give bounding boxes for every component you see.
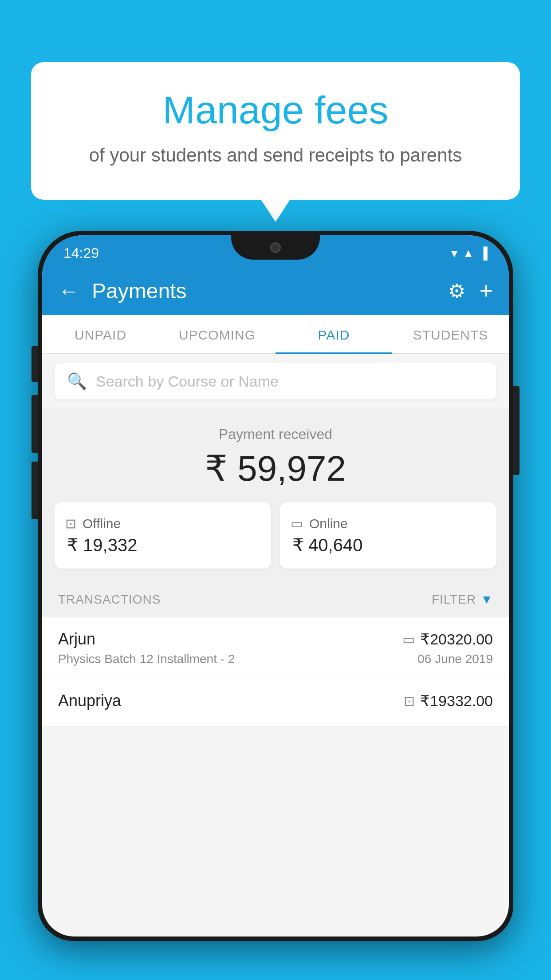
bubble-title: Manage fees: [67, 89, 484, 132]
wifi-icon: ▾: [451, 246, 457, 261]
back-button[interactable]: ←: [58, 279, 79, 303]
search-container: 🔍 Search by Course or Name: [42, 354, 509, 408]
signal-icon: ▲: [463, 246, 474, 260]
transaction-list: Arjun ▭ ₹20320.00 Physics Batch 12 Insta…: [42, 617, 509, 727]
transaction-course: Physics Batch 12 Installment - 2: [58, 652, 235, 666]
offline-card-header: ⊡ Offline: [65, 516, 121, 531]
speech-bubble: Manage fees of your students and send re…: [31, 62, 520, 200]
side-button-left-top: [31, 346, 38, 382]
side-button-right: [513, 386, 520, 475]
tabs-container: UNPAID UPCOMING PAID STUDENTS: [42, 315, 509, 354]
transaction-amount: ₹19332.00: [420, 692, 493, 710]
search-placeholder: Search by Course or Name: [96, 373, 279, 390]
transaction-name: Arjun: [58, 630, 95, 648]
online-icon: ▭: [291, 516, 303, 531]
transactions-header: TRANSACTIONS FILTER ▼: [42, 582, 509, 617]
transaction-amount: ₹20320.00: [420, 630, 493, 648]
transaction-row-top: Arjun ▭ ₹20320.00: [58, 630, 493, 648]
battery-icon: ▐: [480, 246, 488, 260]
page-title: Payments: [92, 279, 436, 303]
online-card-header: ▭ Online: [291, 516, 348, 531]
transaction-name: Anupriya: [58, 692, 121, 710]
filter-icon: ▼: [480, 593, 493, 607]
payment-received-section: Payment received ₹ 59,972 ⊡ Offline ₹ 19…: [42, 408, 509, 582]
tab-upcoming[interactable]: UPCOMING: [159, 315, 276, 354]
side-button-left-mid: [31, 395, 38, 453]
transaction-amount-wrap: ▭ ₹20320.00: [402, 630, 493, 648]
transaction-payment-icon: ▭: [402, 632, 415, 647]
speech-bubble-container: Manage fees of your students and send re…: [31, 62, 520, 200]
side-button-left-bot: [31, 462, 38, 519]
online-amount: ₹ 40,640: [291, 535, 362, 555]
transaction-payment-icon: ⊡: [404, 693, 415, 709]
tab-unpaid[interactable]: UNPAID: [42, 315, 159, 354]
phone-frame: 14:29 ▾ ▲ ▐ ← Payments ⚙ + UNPAID UPCO: [38, 231, 513, 941]
online-payment-card: ▭ Online ₹ 40,640: [280, 502, 496, 569]
offline-label: Offline: [83, 516, 121, 531]
tab-paid[interactable]: PAID: [276, 315, 392, 354]
filter-label: FILTER: [432, 593, 476, 607]
phone-screen: 14:29 ▾ ▲ ▐ ← Payments ⚙ + UNPAID UPCO: [42, 235, 509, 937]
phone-container: 14:29 ▾ ▲ ▐ ← Payments ⚙ + UNPAID UPCO: [38, 231, 513, 980]
online-label: Online: [309, 516, 348, 531]
transactions-label: TRANSACTIONS: [58, 593, 161, 607]
phone-notch: [231, 235, 320, 260]
offline-icon: ⊡: [65, 516, 76, 531]
payment-received-amount: ₹ 59,972: [55, 448, 496, 489]
header-icons: ⚙ +: [448, 277, 493, 304]
search-bar[interactable]: 🔍 Search by Course or Name: [55, 363, 496, 399]
search-icon: 🔍: [67, 372, 87, 391]
offline-amount: ₹ 19,332: [65, 535, 137, 555]
payment-cards: ⊡ Offline ₹ 19,332 ▭ Online ₹ 40,640: [55, 502, 496, 569]
filter-button[interactable]: FILTER ▼: [432, 593, 493, 607]
settings-icon[interactable]: ⚙: [448, 280, 465, 302]
transaction-amount-wrap: ⊡ ₹19332.00: [404, 692, 493, 710]
transaction-row[interactable]: Arjun ▭ ₹20320.00 Physics Batch 12 Insta…: [42, 617, 509, 679]
payment-received-label: Payment received: [55, 426, 496, 443]
add-icon[interactable]: +: [480, 277, 493, 304]
app-header: ← Payments ⚙ +: [42, 266, 509, 315]
status-time: 14:29: [63, 245, 99, 261]
camera-dot: [270, 242, 281, 253]
transaction-row-bottom: Physics Batch 12 Installment - 2 06 June…: [58, 652, 493, 666]
bubble-subtitle: of your students and send receipts to pa…: [67, 142, 484, 169]
status-icons: ▾ ▲ ▐: [451, 246, 488, 261]
offline-payment-card: ⊡ Offline ₹ 19,332: [55, 502, 271, 569]
transaction-row[interactable]: Anupriya ⊡ ₹19332.00: [42, 679, 509, 727]
transaction-date: 06 June 2019: [417, 652, 493, 666]
tab-students[interactable]: STUDENTS: [392, 315, 509, 354]
transaction-row-top: Anupriya ⊡ ₹19332.00: [58, 692, 493, 710]
